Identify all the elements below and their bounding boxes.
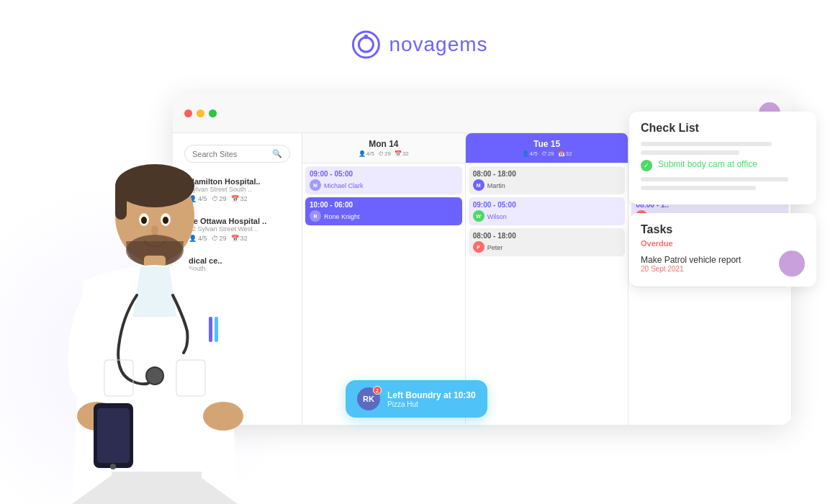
shift-card-tue-0[interactable]: 08:00 - 18:00 M Martin [469,166,626,194]
svg-point-9 [141,217,147,224]
svg-rect-24 [112,472,202,504]
svg-point-14 [146,367,163,384]
svg-rect-23 [215,317,218,342]
notification-title: Left Boundry at 10:30 [387,390,476,400]
tasks-panel: Tasks Overdue Make Patrol vehicle report… [629,213,816,287]
shift-time-tue-2: 08:00 - 18:00 [473,232,621,240]
shift-card-tue-1[interactable]: 09:00 - 05:00 W Wilson [469,197,626,225]
shift-avatar-row-mon-1: R Rone Knight [310,210,458,222]
svg-point-1 [359,37,373,52]
checklist-panel: Check List ✓ Submit body cam at office [629,112,816,204]
shift-name-tue-2: Peter [487,244,503,251]
task-avatar-0 [779,251,805,276]
schedule-col-tue: 08:00 - 18:00 M Martin 09:00 - 05:00 W W… [466,163,629,425]
logo-icon [350,29,382,60]
shift-avatar-row-mon-0: M Michael Clark [310,179,458,191]
overdue-label: Overdue [641,239,805,248]
notification-text: Left Boundry at 10:30 Pizza Hut [387,390,476,408]
checklist-item-0: ✓ Submit body cam at office [641,159,805,171]
day-header-mon[interactable]: Mon 14 👤 4/5 ⏱ 29 📅 32 [302,133,466,163]
task-name-0: Make Patrol vehicle report [641,255,773,265]
shift-avatar-tue-2: P [473,241,485,253]
svg-point-2 [364,35,368,39]
tasks-title: Tasks [641,223,805,236]
shift-time-mon-0: 09:00 - 05:00 [310,170,458,178]
day-stats-tue: 👤 4/5 ⏱ 29 📅 32 [470,150,624,157]
svg-rect-17 [97,408,130,463]
svg-point-5 [115,164,194,207]
shift-name-tue-1: Wilson [487,213,507,220]
day-name-tue: Tue 15 [470,139,624,149]
day-header-tue[interactable]: Tue 15 👤 4/5 ⏱ 29 📅 32 [466,133,629,163]
shift-name-mon-1: Rone Knight [324,213,360,220]
svg-point-28 [783,266,801,276]
shift-card-mon-0[interactable]: 09:00 - 05:00 M Michael Clark [305,166,462,194]
task-row-0: Make Patrol vehicle report 20 Sept 2021 [641,251,805,276]
shift-avatar-row-tue-1: W Wilson [473,210,621,222]
notification-subtitle: Pizza Hut [387,400,476,408]
svg-point-19 [203,402,243,431]
right-panels: Check List ✓ Submit body cam at office T… [629,112,816,287]
shift-card-mon-1[interactable]: 10:00 - 06:00 R Rone Knight [305,197,462,225]
check-text-0: Submit body cam at office [658,159,757,169]
shift-card-tue-2[interactable]: 08:00 - 18:00 P Peter [469,228,626,256]
checklist-bar-1 [641,150,739,155]
svg-point-11 [151,225,158,235]
shift-avatar-tue-1: W [473,210,485,222]
shift-avatar-row-tue-2: P Peter [473,241,621,253]
shift-time-tue-0: 08:00 - 18:00 [473,170,621,178]
svg-rect-6 [115,184,127,220]
shift-name-tue-0: Martin [487,182,505,189]
checklist-bar-3 [641,186,756,190]
shift-avatar-tue-0: M [473,179,485,191]
shift-avatar-mon-1: R [310,210,321,222]
shift-avatar-row-tue-0: M Martin [473,179,621,191]
task-info-0: Make Patrol vehicle report 20 Sept 2021 [641,255,773,273]
svg-point-27 [787,256,797,266]
svg-point-18 [110,464,116,469]
notification-badge: 2 [373,386,382,395]
shift-name-mon-0: Michael Clark [324,182,364,189]
notification-avatar: RK 2 [357,387,380,410]
svg-rect-22 [209,317,212,342]
doctor-image [0,72,310,504]
shift-time-tue-1: 09:00 - 05:00 [473,201,621,209]
day-stats-mon: 👤 4/5 ⏱ 29 📅 32 [307,150,461,157]
checklist-title: Check List [641,122,805,135]
logo-text: novagems [389,33,487,56]
svg-point-10 [163,217,168,224]
notification-popup: RK 2 Left Boundry at 10:30 Pizza Hut [346,380,487,418]
checklist-bar-0 [641,142,772,146]
shift-avatar-mon-0: M [310,179,321,191]
check-icon-0: ✓ [641,160,652,171]
logo-area: novagems [350,29,487,60]
shift-time-mon-1: 10:00 - 06:00 [310,201,458,209]
task-date-0: 20 Sept 2021 [641,265,773,273]
checklist-bar-2 [641,177,788,181]
day-name-mon: Mon 14 [307,139,461,149]
